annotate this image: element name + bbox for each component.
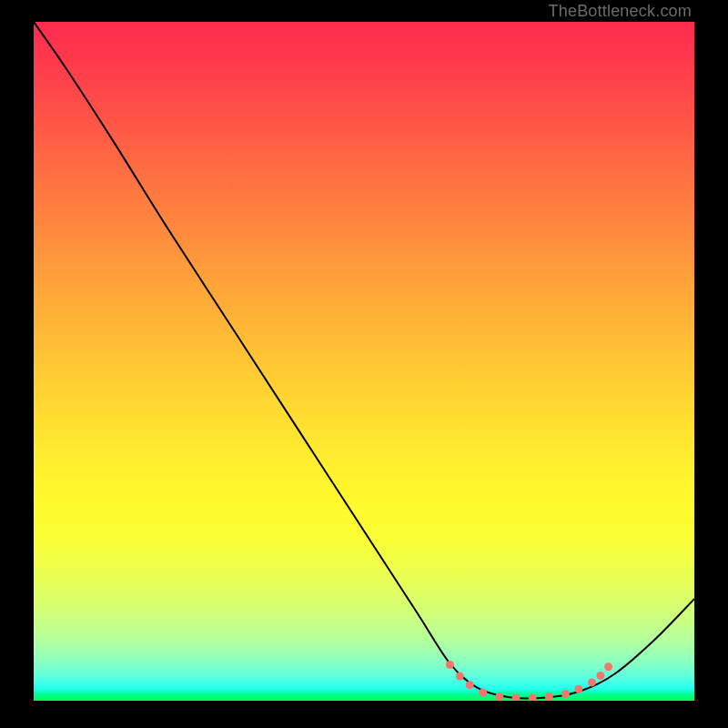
- chart-frame: [34, 22, 694, 701]
- chart-background-gradient: [34, 22, 694, 701]
- watermark-text: TheBottleneck.com: [549, 2, 692, 21]
